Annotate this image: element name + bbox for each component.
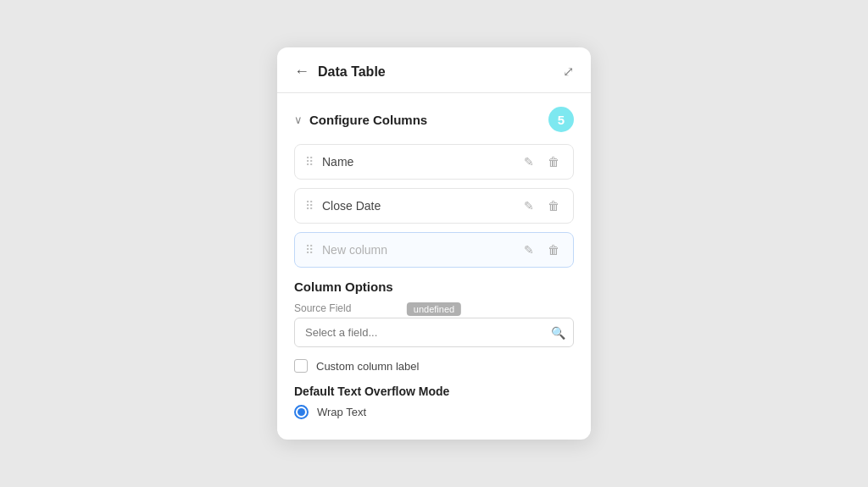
wrap-text-label: Wrap Text bbox=[317, 406, 366, 418]
select-wrapper: 🔍 bbox=[294, 318, 574, 347]
panel-title: Data Table bbox=[318, 64, 386, 80]
configure-title-row: ∨ Configure Columns bbox=[294, 113, 427, 127]
overflow-section: Default Text Overflow Mode Wrap Text bbox=[294, 385, 574, 419]
delete-button-name[interactable]: 🗑 bbox=[544, 153, 563, 170]
column-options-title: Column Options bbox=[294, 279, 574, 294]
configure-header: ∨ Configure Columns 5 bbox=[294, 107, 574, 132]
back-button[interactable]: ← bbox=[294, 63, 309, 80]
column-row-close-date: ⠿ Close Date ✎ 🗑 bbox=[294, 188, 574, 224]
column-options: Column Options Source Field undefined 🔍 … bbox=[277, 276, 591, 419]
source-field-tooltip: undefined bbox=[407, 302, 461, 316]
drag-handle-name[interactable]: ⠿ bbox=[305, 155, 314, 169]
edit-button-name[interactable]: ✎ bbox=[520, 153, 537, 170]
radio-dot bbox=[298, 408, 305, 416]
column-row-name: ⠿ Name ✎ 🗑 bbox=[294, 144, 574, 180]
column-name-name: Name bbox=[322, 155, 520, 169]
panel: ← Data Table ⤢ ∨ Configure Columns 5 ⠿ N… bbox=[277, 47, 591, 440]
configure-title: Configure Columns bbox=[309, 113, 427, 127]
drag-handle-new[interactable]: ⠿ bbox=[305, 243, 314, 257]
panel-header: ← Data Table ⤢ bbox=[277, 47, 591, 93]
column-name-new: New column bbox=[322, 243, 520, 257]
wrap-text-row: Wrap Text bbox=[294, 405, 574, 419]
overflow-title: Default Text Overflow Mode bbox=[294, 385, 574, 398]
column-row-new: ⠿ New column ✎ 🗑 bbox=[294, 232, 574, 268]
custom-label-text: Custom column label bbox=[316, 360, 419, 373]
header-left: ← Data Table bbox=[294, 63, 386, 80]
chevron-icon[interactable]: ∨ bbox=[294, 113, 303, 126]
custom-label-checkbox[interactable] bbox=[294, 359, 308, 373]
column-name-close-date: Close Date bbox=[322, 199, 520, 213]
wrap-text-radio[interactable] bbox=[294, 405, 309, 419]
row-actions-name: ✎ 🗑 bbox=[520, 153, 563, 170]
expand-icon[interactable]: ⤢ bbox=[563, 64, 574, 80]
drag-handle-close-date[interactable]: ⠿ bbox=[305, 199, 314, 213]
custom-label-row: Custom column label bbox=[294, 359, 574, 373]
source-field-wrapper: undefined 🔍 bbox=[294, 318, 574, 347]
delete-button-close-date[interactable]: 🗑 bbox=[544, 197, 563, 214]
row-actions-new: ✎ 🗑 bbox=[520, 241, 563, 258]
delete-button-new[interactable]: 🗑 bbox=[544, 241, 563, 258]
columns-badge: 5 bbox=[548, 107, 574, 132]
source-field-input[interactable] bbox=[294, 318, 574, 347]
row-actions-close-date: ✎ 🗑 bbox=[520, 197, 563, 214]
edit-button-new[interactable]: ✎ bbox=[520, 241, 537, 258]
configure-section: ∨ Configure Columns 5 ⠿ Name ✎ 🗑 ⠿ Close… bbox=[277, 93, 591, 268]
edit-button-close-date[interactable]: ✎ bbox=[520, 197, 537, 214]
